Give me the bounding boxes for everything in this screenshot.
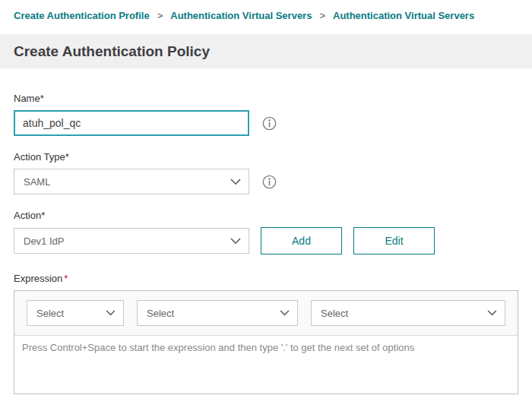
expression-label: Expression* [14,273,518,284]
edit-button[interactable]: Edit [353,227,435,254]
action-type-select[interactable]: SAML [14,169,249,194]
required-asterisk: * [64,273,68,284]
expression-toolbar: Select Select Select [14,291,518,336]
breadcrumb-separator-icon: > [319,10,325,21]
chevron-down-icon [230,238,241,245]
expression-label-text: Expression [14,273,62,284]
expression-select-1[interactable]: Select [27,300,124,326]
expression-input[interactable] [14,336,518,393]
add-button[interactable]: Add [261,227,342,254]
chevron-down-icon [230,179,241,185]
info-icon-glyph [262,175,277,189]
name-field: Name* [14,93,518,136]
name-label: Name* [14,93,518,104]
expression-select-3-value: Select [321,308,348,319]
action-type-field: Action Type* SAML [14,151,518,194]
expression-select-1-value: Select [36,308,64,319]
chevron-down-icon [106,310,116,316]
expression-select-3[interactable]: Select [311,300,505,326]
action-label: Action* [14,210,518,221]
required-asterisk: * [40,93,44,104]
breadcrumb-link-authentication-virtual-servers[interactable]: Authentication Virtual Servers [170,10,312,21]
expression-select-2[interactable]: Select [137,300,298,326]
action-selected-value: Dev1 IdP [24,235,64,247]
breadcrumb-link-create-authentication-profile[interactable]: Create Authentication Profile [14,10,150,21]
create-authentication-policy-form: Name* Action Type* SAML [0,68,532,394]
name-label-text: Name [14,93,40,104]
chevron-down-icon [487,310,497,316]
info-icon[interactable] [261,174,277,189]
chevron-down-icon [280,310,290,316]
required-asterisk: * [65,151,69,163]
page-header: Create Authentication Policy [0,34,532,68]
action-label-text: Action [14,210,41,221]
action-type-label: Action Type* [14,151,518,163]
action-field: Action* Dev1 IdP Add Edit [14,210,518,254]
breadcrumb-link-authentication-virtual-server[interactable]: Authentication Virtual Servers [333,10,474,21]
expression-field: Expression* Select Select Select [14,273,518,394]
page-title: Create Authentication Policy [14,43,210,60]
action-type-selected-value: SAML [24,176,50,188]
expression-editor: Select Select Select [14,290,518,394]
required-asterisk: * [41,210,45,221]
info-icon[interactable] [261,115,277,131]
action-select[interactable]: Dev1 IdP [14,228,249,254]
name-input[interactable] [14,110,249,136]
action-type-label-text: Action Type [14,151,65,163]
info-icon-glyph [262,116,277,131]
breadcrumb: Create Authentication Profile > Authenti… [0,0,532,34]
breadcrumb-separator-icon: > [157,10,163,21]
expression-select-2-value: Select [147,308,174,319]
